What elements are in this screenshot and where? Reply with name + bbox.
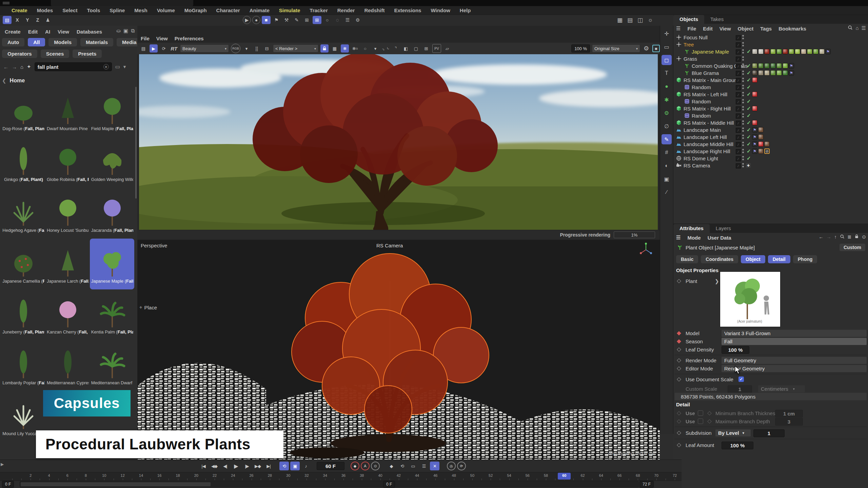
- app-menu-icon[interactable]: [3, 2, 9, 4]
- custom-scale-field[interactable]: 1: [728, 385, 752, 393]
- use-max-branch-checkbox[interactable]: [698, 419, 703, 424]
- model-dropdown[interactable]: Variant 3 Full-Grown: [722, 330, 867, 337]
- search-icon[interactable]: [848, 25, 853, 30]
- asset-item-dog-rose-fall-plant[interactable]: Dog-Rose (Fall, Plant): [1, 86, 46, 137]
- search-options-icon[interactable]: ▾: [123, 64, 126, 70]
- rv-menu-preferences[interactable]: Preferences: [175, 36, 204, 41]
- material-chip[interactable]: [758, 49, 764, 54]
- play-button[interactable]: ▶: [231, 462, 241, 470]
- object-row-tree[interactable]: Tree ∕: [673, 41, 868, 48]
- object-row-random[interactable]: Random ∕ ✓: [673, 98, 868, 105]
- filter-materials[interactable]: Materials: [80, 38, 113, 46]
- ring2-icon[interactable]: ◌: [333, 16, 342, 24]
- menu-window[interactable]: Window: [431, 7, 450, 13]
- asset-item-ginkgo-fall-plant[interactable]: Ginkgo (Fall, Plant): [1, 137, 46, 188]
- rgb-channel-icon[interactable]: RGB: [231, 44, 240, 53]
- image-icon[interactable]: ▢: [412, 44, 420, 53]
- key-diamond-icon[interactable]: [677, 443, 681, 447]
- object-name[interactable]: RS Matrix - Right Hill: [684, 106, 731, 111]
- current-frame-field[interactable]: 60 F: [317, 462, 344, 470]
- edit-toggle[interactable]: ∕: [736, 92, 741, 97]
- visibility-dots[interactable]: [742, 106, 744, 110]
- object-name[interactable]: Grass: [684, 56, 697, 62]
- play-icon[interactable]: ▶: [150, 44, 158, 53]
- redshift-material-chip[interactable]: [752, 77, 757, 83]
- animated-key-icon[interactable]: [677, 339, 681, 344]
- edit-toggle[interactable]: ∕: [736, 114, 741, 119]
- key-diamond-icon[interactable]: [677, 431, 681, 435]
- object-name[interactable]: RS Camera: [684, 163, 710, 168]
- cube-tool-icon[interactable]: ◻: [662, 55, 672, 65]
- page-icon[interactable]: ▱: [443, 44, 451, 53]
- menu-help[interactable]: Help: [460, 7, 471, 13]
- menu-spline[interactable]: Spline: [110, 7, 125, 13]
- panel-icon[interactable]: ▤: [626, 16, 634, 24]
- material-chip[interactable]: [758, 63, 764, 68]
- prev-frame-button[interactable]: ◀|: [220, 462, 230, 470]
- popout-icon[interactable]: ⧉: [131, 28, 135, 34]
- clear-search-icon[interactable]: ✕: [103, 64, 109, 69]
- channel-caret-icon[interactable]: ▾: [242, 44, 251, 53]
- asset-item-jacaranda-fall-plant[interactable]: Jacaranda (Fall, Plant): [90, 188, 134, 239]
- enabled-check-icon[interactable]: ✓: [747, 141, 751, 147]
- tag-chip[interactable]: ⚑: [789, 70, 794, 76]
- object-name[interactable]: Random: [692, 99, 711, 104]
- key-position-button[interactable]: ◆: [387, 462, 396, 470]
- zoom-field[interactable]: 100 %: [571, 44, 590, 53]
- edit-toggle[interactable]: ∕: [736, 64, 741, 69]
- key-rotation-button[interactable]: ⟲: [397, 462, 407, 470]
- pen-tool-icon[interactable]: ✎: [662, 134, 672, 144]
- pv-icon[interactable]: PV: [432, 44, 441, 53]
- filter-operators[interactable]: Operators: [2, 49, 37, 58]
- back-icon[interactable]: ←: [819, 234, 824, 240]
- collapse-icon[interactable]: ❮: [2, 78, 6, 84]
- object-name[interactable]: RS Matrix - Main Ground: [684, 77, 740, 83]
- record-options-button[interactable]: ◎: [447, 462, 456, 470]
- menu-modes[interactable]: Modes: [37, 7, 53, 13]
- object-row-rs-matrix-middle-hill[interactable]: RS Matrix - Middle Hill ∕ ✓: [673, 119, 868, 126]
- object-row-random[interactable]: Random ∕ ✓: [673, 112, 868, 119]
- season-dropdown[interactable]: Fall: [722, 338, 867, 345]
- pencil-tool-icon[interactable]: ∕: [662, 187, 672, 197]
- shade-tool-icon[interactable]: ◐: [662, 161, 672, 171]
- material-chip[interactable]: [776, 49, 782, 54]
- gear-icon[interactable]: ⚙: [353, 16, 362, 24]
- plant-preview-thumbnail[interactable]: (Acer palmatum): [720, 271, 781, 327]
- object-name[interactable]: Landscape Right Hill: [684, 148, 730, 154]
- region-circle-icon[interactable]: ○: [361, 44, 369, 53]
- grid-icon[interactable]: ⊞: [302, 16, 311, 24]
- visibility-dots[interactable]: [742, 78, 744, 82]
- back-icon[interactable]: ←: [3, 64, 8, 70]
- columns-icon[interactable]: ◫: [636, 16, 645, 24]
- object-name[interactable]: Tree: [684, 42, 694, 47]
- add-image-icon[interactable]: ⊞: [422, 44, 430, 53]
- redshift-material-chip[interactable]: [752, 120, 757, 125]
- rt-toggle[interactable]: RT: [170, 44, 178, 53]
- visibility-dots[interactable]: [742, 92, 744, 96]
- material-chip[interactable]: [764, 49, 770, 54]
- asset-item-honey-locust-sunbur[interactable]: Honey Locust 'Sunbur...: [46, 188, 90, 239]
- subdivision-mode-dropdown[interactable]: By Level▾: [715, 429, 751, 436]
- perspective-viewport[interactable]: Perspective RS Camera ⌖Place Grid Spacin…: [137, 240, 660, 460]
- enabled-check-icon[interactable]: ✓: [747, 155, 751, 161]
- range-end-field[interactable]: 72 F: [639, 481, 654, 488]
- axis-y-button[interactable]: Y: [23, 16, 32, 24]
- stripes-icon[interactable]: ◧: [402, 44, 410, 53]
- visibility-dots[interactable]: [742, 163, 744, 167]
- clapperboard-icon[interactable]: ▤: [139, 44, 147, 53]
- camera-target-icon[interactable]: ✚: [746, 163, 751, 168]
- key-diamond-icon[interactable]: [677, 366, 681, 371]
- key-diamond-icon[interactable]: [677, 358, 681, 363]
- menu-simulate[interactable]: Simulate: [279, 7, 300, 13]
- crop-icon[interactable]: ⊟: [263, 44, 271, 53]
- render-settings-gear-icon[interactable]: ⚙: [642, 44, 650, 53]
- material-chip[interactable]: [758, 148, 764, 154]
- material-chip[interactable]: [783, 63, 788, 68]
- attr-menu-mode[interactable]: Mode: [687, 235, 701, 241]
- material-chip[interactable]: [776, 63, 782, 68]
- grid-snap-icon[interactable]: ⊞: [313, 16, 321, 24]
- material-chip[interactable]: [764, 63, 770, 68]
- edit-toggle[interactable]: ∕: [736, 49, 741, 55]
- filter-icon[interactable]: ☰: [862, 25, 866, 31]
- range-current-field[interactable]: 0 F: [383, 481, 395, 488]
